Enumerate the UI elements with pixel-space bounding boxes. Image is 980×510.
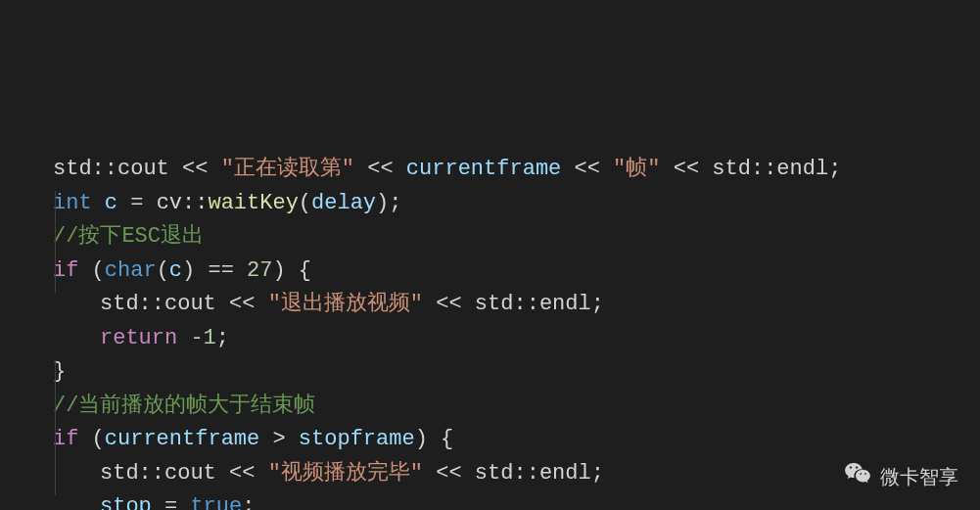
code-token: cout xyxy=(164,292,216,316)
code-token: true xyxy=(190,494,242,510)
code-token: 27 xyxy=(247,258,272,283)
code-token: ; xyxy=(591,292,604,316)
code-token: std xyxy=(100,461,139,486)
code-token: ; xyxy=(591,461,604,486)
code-token: :: xyxy=(513,461,538,486)
code-token: = xyxy=(152,494,191,510)
code-token: int xyxy=(53,191,92,215)
code-line: std::cout << "正在读取第" << currentframe << … xyxy=(0,153,980,187)
code-token: ( xyxy=(299,191,311,215)
code-token: ; xyxy=(242,494,255,510)
code-token: :: xyxy=(182,191,208,215)
code-line: if (char(c) == 27) { xyxy=(0,255,980,289)
code-token: std xyxy=(475,461,514,486)
code-token: << xyxy=(423,461,475,486)
code-token: ) xyxy=(415,427,441,451)
code-token: cout xyxy=(117,157,169,181)
code-token: ( xyxy=(78,258,104,283)
code-token: ) == xyxy=(182,258,247,283)
code-line: } xyxy=(0,355,980,390)
code-token: //当前播放的帧大于结束帧 xyxy=(53,394,315,418)
code-token: cv xyxy=(157,191,182,215)
code-token: :: xyxy=(92,157,117,181)
code-token: "帧" xyxy=(613,157,660,181)
code-token: "视频播放完毕" xyxy=(268,461,423,486)
code-token: stop xyxy=(100,494,152,510)
code-block: std::cout << "正在读取第" << currentframe << … xyxy=(0,153,980,510)
code-token: ) xyxy=(272,258,298,283)
code-token: ); xyxy=(376,191,401,215)
code-line: if (currentframe > stopframe) { xyxy=(0,423,980,457)
code-token: :: xyxy=(513,292,538,316)
code-token: return xyxy=(100,326,177,350)
code-token: << xyxy=(216,461,268,486)
code-token: << xyxy=(423,292,475,316)
code-token: std xyxy=(100,292,139,316)
code-token: << xyxy=(169,157,221,181)
code-token: << xyxy=(561,157,613,181)
code-token: c xyxy=(169,258,182,283)
code-token: "正在读取第" xyxy=(221,157,354,181)
code-token xyxy=(177,326,190,350)
code-token: currentframe xyxy=(105,427,259,451)
code-token: ; xyxy=(828,157,841,181)
code-token: c xyxy=(105,191,117,215)
code-token: std xyxy=(53,157,92,181)
code-token: std xyxy=(712,157,751,181)
code-token: :: xyxy=(751,157,776,181)
code-token: stopframe xyxy=(299,427,415,451)
code-line: //当前播放的帧大于结束帧 xyxy=(0,390,980,424)
code-token: waitKey xyxy=(208,191,298,215)
code-token: << xyxy=(216,292,268,316)
code-line: //按下ESC退出 xyxy=(0,220,980,255)
code-token: { xyxy=(441,427,453,451)
code-token: if xyxy=(53,258,78,283)
code-token: endl xyxy=(539,461,591,486)
code-token: :: xyxy=(139,292,164,316)
code-token: ( xyxy=(157,258,169,283)
code-line: std::cout << "视频播放完毕" << std::endl; xyxy=(0,457,980,491)
code-token: "退出播放视频" xyxy=(268,292,423,316)
code-token: cout xyxy=(164,461,216,486)
code-token: << xyxy=(661,157,713,181)
indent-guide xyxy=(55,360,56,495)
code-token xyxy=(92,191,105,215)
code-token: ( xyxy=(78,427,104,451)
code-token: > xyxy=(259,427,299,451)
code-token: = xyxy=(117,191,157,215)
code-token: currentframe xyxy=(406,157,561,181)
code-editor: std::cout << "正在读取第" << currentframe << … xyxy=(0,0,980,510)
indent-guide xyxy=(55,191,56,293)
code-token: { xyxy=(299,258,311,283)
code-token: std xyxy=(475,292,514,316)
code-line: std::cout << "退出播放视频" << std::endl; xyxy=(0,288,980,322)
code-token: if xyxy=(53,427,78,451)
code-token: :: xyxy=(139,461,164,486)
code-token: << xyxy=(354,157,406,181)
code-token: ; xyxy=(216,326,229,350)
code-token: endl xyxy=(776,157,828,181)
code-token: endl xyxy=(539,292,591,316)
code-token: -1 xyxy=(190,326,215,350)
code-line: stop = true; xyxy=(0,490,980,510)
code-line: int c = cv::waitKey(delay); xyxy=(0,187,980,221)
code-token: delay xyxy=(311,191,376,215)
code-line: return -1; xyxy=(0,322,980,356)
code-token: //按下ESC退出 xyxy=(53,224,204,249)
code-token: char xyxy=(105,258,157,283)
